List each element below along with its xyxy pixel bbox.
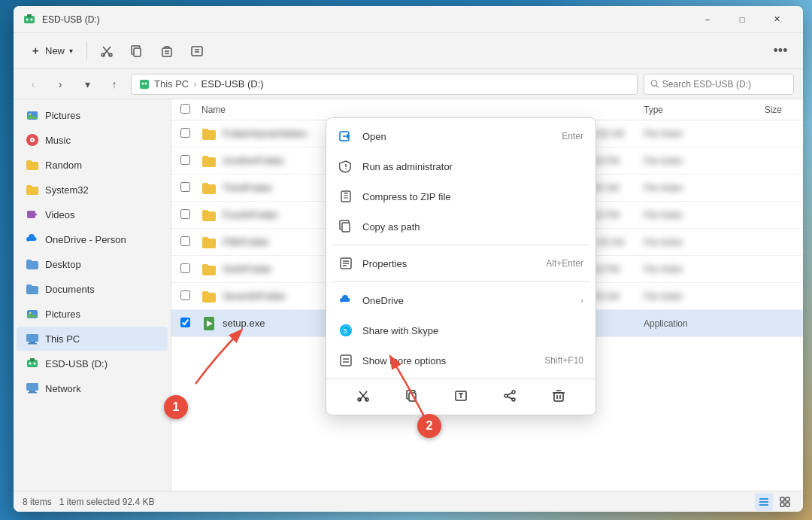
svg-rect-36 <box>26 383 38 391</box>
search-box[interactable] <box>644 74 794 95</box>
ctx-compress[interactable]: Compress to ZIP file <box>326 181 595 211</box>
svg-rect-63 <box>341 355 351 366</box>
svg-rect-38 <box>28 392 37 394</box>
selection-info: 1 item selected 92.4 KB <box>59 497 155 507</box>
ctx-onedrive[interactable]: OneDrive › <box>326 285 595 315</box>
svg-rect-12 <box>192 47 202 56</box>
svg-rect-15 <box>140 80 149 89</box>
svg-rect-55 <box>344 192 347 194</box>
ctx-open-shortcut: Enter <box>562 131 583 141</box>
up-button[interactable]: ↑ <box>104 74 125 95</box>
ctx-copy-path[interactable]: Copy as path <box>326 211 595 242</box>
videos-icon <box>26 208 39 221</box>
select-all-checkbox[interactable] <box>180 104 190 114</box>
svg-rect-9 <box>162 48 171 56</box>
svg-point-18 <box>651 81 656 86</box>
sidebar-item-pictures[interactable]: Pictures 📌 <box>17 103 168 127</box>
sidebar-item-documents[interactable]: Documents <box>17 277 168 301</box>
row-checkbox[interactable] <box>180 128 190 138</box>
plus-icon: ＋ <box>30 44 41 58</box>
row-checkbox[interactable] <box>180 290 190 300</box>
svg-rect-33 <box>30 358 35 361</box>
list-view-button[interactable] <box>755 493 773 511</box>
svg-rect-37 <box>29 391 35 392</box>
search-input[interactable] <box>662 79 787 90</box>
grid-view-button[interactable] <box>776 493 794 511</box>
ctx-rename-button[interactable] <box>447 382 474 409</box>
properties-icon <box>338 256 353 271</box>
view-controls <box>755 493 794 511</box>
cut-button[interactable] <box>93 38 120 65</box>
maximize-button[interactable]: □ <box>725 6 759 33</box>
ctx-cut-button[interactable] <box>350 382 377 409</box>
ctx-copy-button[interactable] <box>398 382 426 409</box>
back-button[interactable]: ‹ <box>23 74 44 95</box>
statusbar: 8 items 1 item selected 92.4 KB <box>14 491 803 512</box>
ctx-onedrive-label: OneDrive <box>362 295 571 306</box>
rename-button[interactable] <box>183 38 211 65</box>
usb-icon <box>26 357 39 370</box>
copy-path-icon <box>338 219 353 234</box>
desktop-icon <box>26 257 39 271</box>
svg-rect-47 <box>786 503 789 506</box>
col-size-header[interactable]: Size <box>734 105 794 115</box>
sidebar-item-random[interactable]: Random <box>17 153 168 177</box>
address-box[interactable]: This PC › ESD-USB (D:) <box>131 74 638 95</box>
sidebar-label: Documents <box>45 284 95 295</box>
copy-button[interactable] <box>123 38 150 65</box>
sidebar-item-usbdrive[interactable]: ESD-USB (D:) <box>17 351 168 376</box>
ctx-run-admin[interactable]: Run as administrator <box>326 151 595 181</box>
more-options-button[interactable]: ••• <box>767 38 794 65</box>
ctx-open-label: Open <box>362 131 553 142</box>
sidebar-item-desktop[interactable]: Desktop <box>17 252 168 276</box>
row-checkbox[interactable] <box>180 263 190 273</box>
sidebar-item-network[interactable]: Network <box>17 376 168 400</box>
minimize-button[interactable]: − <box>690 6 725 33</box>
row-checkbox[interactable] <box>180 182 190 192</box>
row-checkbox[interactable] <box>180 209 190 219</box>
ctx-open[interactable]: Open Enter <box>326 121 595 151</box>
file-type: File folder <box>644 237 734 248</box>
exe-icon <box>201 316 217 331</box>
ctx-properties[interactable]: Properties Alt+Enter <box>326 248 595 278</box>
pictures-icon <box>26 307 39 321</box>
col-name-header[interactable]: Name <box>201 105 644 115</box>
titlebar: ESD-USB (D:) − □ ✕ <box>14 6 803 33</box>
ctx-skype[interactable]: S Share with Skype <box>326 315 595 345</box>
recent-button[interactable]: ▾ <box>77 74 98 95</box>
col-type-header[interactable]: Type <box>644 105 734 115</box>
row-checkbox[interactable] <box>180 318 190 327</box>
breadcrumb-thispc[interactable]: This PC <box>154 78 189 90</box>
ctx-more-shortcut: Shift+F10 <box>544 355 583 366</box>
file-type: File folder <box>644 156 734 166</box>
row-checkbox[interactable] <box>180 236 190 246</box>
sidebar-label: Network <box>45 383 81 394</box>
sidebar-item-system32[interactable]: System32 <box>17 178 168 202</box>
items-count: 8 items <box>23 497 52 507</box>
svg-rect-56 <box>342 223 350 232</box>
sidebar-item-thispc[interactable]: This PC <box>17 327 168 351</box>
sidebar-item-onedrive[interactable]: OneDrive - Person <box>17 227 168 251</box>
ctx-delete-button[interactable] <box>545 382 572 409</box>
folder-icon <box>26 183 39 196</box>
sidebar-item-videos[interactable]: Videos <box>17 202 168 227</box>
sidebar-item-music[interactable]: Music <box>17 128 168 152</box>
toolbar: ＋ New ▾ <box>14 33 803 69</box>
ctx-more-options[interactable]: Show more options Shift+F10 <box>326 345 595 376</box>
close-button[interactable]: ✕ <box>759 6 794 33</box>
sidebar-label: Videos <box>45 209 75 220</box>
row-checkbox[interactable] <box>180 155 190 165</box>
ctx-share-button[interactable] <box>496 382 523 409</box>
network-icon <box>26 382 39 395</box>
forward-button[interactable]: › <box>50 74 71 95</box>
address-bar: ‹ › ▾ ↑ This PC › ESD-USB (D:) <box>14 69 803 99</box>
paste-button[interactable] <box>153 38 180 65</box>
sidebar-item-pictures2[interactable]: Pictures <box>17 302 168 326</box>
svg-point-74 <box>512 391 515 394</box>
breadcrumb-usbdrive[interactable]: ESD-USB (D:) <box>201 78 264 90</box>
arrow-right-icon: › <box>580 296 583 305</box>
new-button[interactable]: ＋ New ▾ <box>23 38 80 65</box>
ctx-properties-shortcut: Alt+Enter <box>546 258 583 269</box>
file-type: File folder <box>644 291 734 302</box>
sidebar-label: System32 <box>45 184 89 196</box>
